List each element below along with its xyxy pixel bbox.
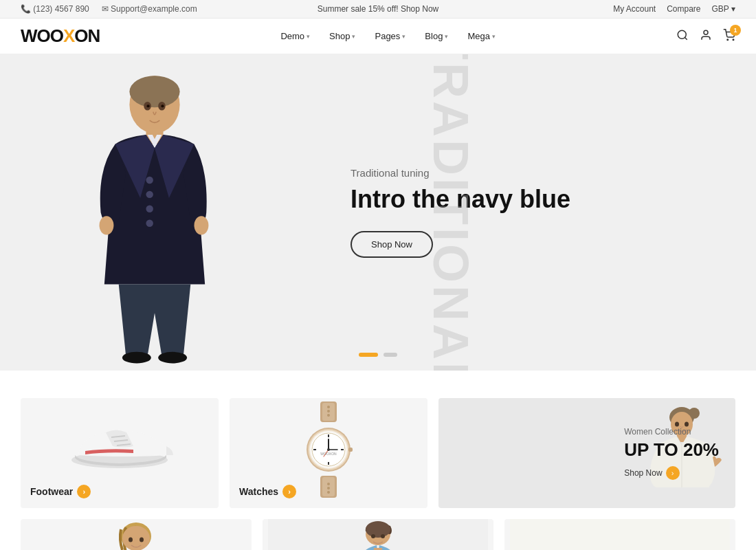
watch-image: WOOXON — [298, 402, 359, 500]
cart-icon[interactable]: 1 — [723, 29, 735, 44]
svg-point-0 — [678, 30, 686, 38]
svg-point-70 — [371, 534, 375, 538]
header-icons: 1 — [676, 29, 735, 44]
svg-point-42 — [327, 448, 330, 451]
svg-text:WOOXON: WOOXON — [320, 452, 337, 456]
hero-man-image — [0, 54, 309, 371]
svg-point-54 — [675, 422, 679, 427]
women-arrow-icon: › — [666, 466, 680, 480]
svg-line-1 — [685, 37, 687, 39]
watches-arrow-icon: › — [282, 485, 296, 498]
footwear-card[interactable]: Footwear › — [21, 398, 219, 508]
chevron-down-icon: ▾ — [307, 33, 310, 40]
main-nav: Demo ▾ Shop ▾ Pages ▾ Blog ▾ Mega ▾ — [280, 31, 496, 41]
chevron-down-icon: ▾ — [492, 33, 496, 40]
svg-point-2 — [704, 30, 708, 34]
women-collection-text: Women Collection UP TO 20% Shop Now › — [624, 427, 719, 480]
compare-link[interactable]: Compare — [667, 4, 700, 14]
bottom-card-3[interactable] — [504, 519, 735, 550]
svg-point-6 — [129, 76, 179, 107]
svg-point-59 — [129, 538, 133, 542]
category-grid: Footwear › — [21, 398, 735, 508]
svg-point-19 — [161, 104, 164, 107]
search-icon[interactable] — [676, 29, 689, 44]
bottom-card-grid — [21, 519, 735, 550]
user-icon[interactable] — [700, 29, 712, 44]
svg-point-55 — [685, 422, 689, 427]
svg-rect-43 — [348, 448, 353, 452]
footwear-arrow-icon: › — [77, 485, 91, 498]
bottom-card-2[interactable] — [263, 519, 493, 550]
svg-point-63 — [366, 521, 390, 538]
nav-mega[interactable]: Mega ▾ — [467, 31, 496, 41]
hero-image-area — [0, 54, 309, 371]
top-bar: 📞 (123) 4567 890 ✉ Support@example.com S… — [0, 0, 756, 19]
phone-info: 📞 (123) 4567 890 — [21, 4, 89, 14]
bottom-card-1[interactable] — [21, 519, 252, 550]
nav-shop[interactable]: Shop ▾ — [329, 31, 355, 41]
svg-point-14 — [122, 352, 151, 364]
svg-point-9 — [146, 191, 153, 198]
watches-card[interactable]: WOOXON Watches › — [230, 398, 427, 508]
svg-point-11 — [146, 219, 153, 226]
hero-content: Traditional tuning Intro the navy blue S… — [309, 167, 756, 257]
logo[interactable]: WOOXON — [21, 25, 100, 47]
chevron-down-icon: ▾ — [352, 33, 355, 40]
hero-shop-now-button[interactable]: Shop Now — [351, 231, 433, 258]
footwear-label: Footwear › — [30, 485, 91, 498]
women-discount-title: UP TO 20% — [624, 439, 719, 461]
women-collection-label: Women Collection — [624, 427, 719, 437]
svg-point-46 — [327, 483, 330, 485]
shoe-image — [65, 408, 175, 473]
watches-label: Watches › — [239, 485, 296, 498]
svg-point-15 — [158, 352, 187, 364]
women-collection-card[interactable]: Women Collection UP TO 20% Shop Now › — [438, 398, 735, 508]
chevron-down-icon: ▾ — [445, 33, 448, 40]
svg-point-58 — [122, 526, 150, 550]
cart-count: 1 — [730, 25, 741, 36]
svg-point-26 — [327, 406, 330, 408]
slider-dot-2[interactable] — [383, 353, 397, 357]
hero-title: Intro the navy blue — [351, 184, 756, 214]
currency-selector[interactable]: GBP ▾ — [712, 4, 735, 14]
top-bar-left: 📞 (123) 4567 890 ✉ Support@example.com — [21, 4, 197, 14]
category-section: Footwear › — [0, 371, 756, 550]
svg-point-27 — [327, 410, 330, 412]
slider-dot-1[interactable] — [359, 353, 378, 357]
promo-text[interactable]: Summer sale 15% off! Shop Now — [318, 4, 439, 14]
svg-point-48 — [327, 491, 330, 494]
nav-blog[interactable]: Blog ▾ — [425, 31, 448, 41]
chevron-down-icon: ▾ — [402, 33, 405, 40]
svg-point-3 — [727, 39, 729, 41]
hero-subtitle: Traditional tuning — [351, 167, 756, 179]
women-shop-now-link[interactable]: Shop Now › — [624, 466, 719, 480]
svg-point-18 — [147, 104, 150, 107]
nav-pages[interactable]: Pages ▾ — [375, 31, 405, 41]
my-account-link[interactable]: My Account — [613, 4, 656, 14]
nav-demo[interactable]: Demo ▾ — [280, 31, 310, 41]
svg-point-60 — [140, 538, 144, 542]
svg-rect-72 — [510, 519, 730, 550]
email-info: ✉ Support@example.com — [102, 4, 197, 14]
header: WOOXON Demo ▾ Shop ▾ Pages ▾ Blog ▾ Mega… — [0, 19, 756, 54]
svg-point-13 — [194, 216, 209, 234]
top-bar-right: My Account Compare GBP ▾ — [613, 4, 735, 14]
svg-point-8 — [146, 177, 153, 184]
svg-point-4 — [733, 39, 734, 41]
slider-dots — [359, 353, 397, 357]
svg-point-28 — [327, 414, 330, 417]
svg-point-47 — [327, 487, 330, 490]
hero-section: TRADITIONAL Traditional tuning Intro the… — [0, 54, 756, 371]
svg-point-10 — [146, 206, 153, 212]
svg-point-12 — [100, 216, 114, 234]
svg-point-71 — [381, 534, 385, 538]
